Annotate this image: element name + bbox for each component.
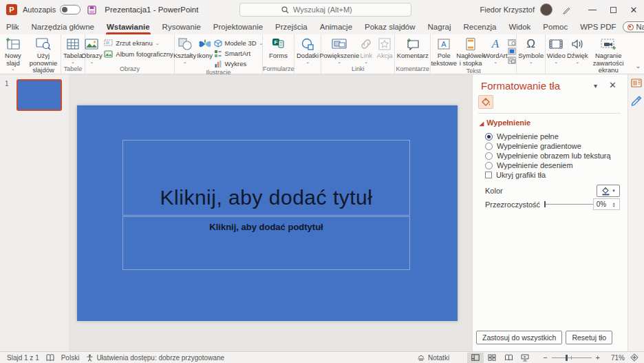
screen-recording-button[interactable]: Nagranie zawartości ekranu <box>588 36 628 74</box>
option-gradient-fill[interactable]: Wypełnienie gradientowe <box>485 142 581 150</box>
option-pattern-fill[interactable]: Wypełnienie deseniem <box>485 161 573 169</box>
close-button[interactable]: ✕ <box>623 0 644 19</box>
slides-panel: 1 <box>0 74 69 351</box>
fill-section-header[interactable]: ◢Wypełnienie <box>480 118 530 127</box>
reuse-slides-button[interactable]: Użyj ponownie slajdów <box>26 36 61 74</box>
reading-view-button[interactable] <box>500 353 517 363</box>
search-input[interactable] <box>293 6 396 14</box>
tab-wps-pdf[interactable]: WPS PDF <box>574 19 622 34</box>
title-placeholder[interactable]: Kliknij, aby dodać tytuł <box>122 140 410 216</box>
transparency-slider[interactable] <box>544 204 593 205</box>
format-background-panel-icon[interactable] <box>631 95 642 106</box>
pictures-button[interactable]: Obrazy⌄ <box>79 36 104 64</box>
text-box-button[interactable]: A Pole tekstowe <box>431 36 457 67</box>
accessibility-status[interactable]: Ułatwienia dostępu: dobrze przygotowane <box>96 354 224 362</box>
spellcheck-icon[interactable] <box>46 354 54 362</box>
designer-panel-icon[interactable] <box>631 79 642 88</box>
notes-button[interactable]: Notatki <box>417 354 449 362</box>
tab-narzedzia-glowne[interactable]: Narzędzia główne <box>25 19 100 34</box>
tab-pokaz-slajdow[interactable]: Pokaz slajdów <box>358 19 422 34</box>
new-slide-button[interactable]: Nowy slajd⌄ <box>0 36 26 71</box>
wordart-button[interactable]: A WordArt⌄ <box>484 36 506 64</box>
zoom-in-button[interactable]: + <box>596 353 600 362</box>
svg-text:F: F <box>275 39 278 45</box>
slider-thumb[interactable] <box>544 201 546 207</box>
tab-rysowanie[interactable]: Rysowanie <box>156 19 207 34</box>
tab-projektowanie[interactable]: Projektowanie <box>207 19 269 34</box>
option-solid-fill[interactable]: Wypełnienie pełne <box>485 132 559 141</box>
tab-wstawianie[interactable]: Wstawianie <box>100 19 156 34</box>
slide-number-icon[interactable] <box>508 48 516 55</box>
pen-mode-icon[interactable] <box>562 6 571 14</box>
tab-recenzja[interactable]: Recenzja <box>457 19 502 34</box>
header-footer-button[interactable]: Nagłówek i stopka <box>457 36 484 67</box>
apply-to-all-button[interactable]: Zastosuj do wszystkich <box>476 331 562 344</box>
tab-nagraj[interactable]: Nagraj <box>422 19 458 34</box>
subtitle-placeholder[interactable]: Kliknij, aby dodać podtytuł <box>122 216 410 270</box>
tab-przejscia[interactable]: Przejścia <box>269 19 314 34</box>
comment-icon <box>405 37 420 51</box>
slide-thumbnail[interactable] <box>17 79 62 111</box>
search-box[interactable] <box>239 3 411 17</box>
icons-icon <box>197 37 213 51</box>
3d-models-button[interactable]: Modele 3D⌄ <box>214 39 264 48</box>
slide-canvas[interactable]: Kliknij, aby dodać tytuł Kliknij, aby do… <box>77 105 458 321</box>
fit-to-window-icon[interactable] <box>630 353 638 362</box>
radio <box>485 152 493 160</box>
photo-album-button[interactable]: Album fotograficzny⌄ <box>104 50 180 59</box>
option-picture-fill[interactable]: Wypełnienie obrazem lub teksturą <box>485 152 611 160</box>
user-avatar[interactable] <box>540 3 552 16</box>
fill-tab-button[interactable] <box>478 95 493 109</box>
panel-close-icon[interactable]: ✕ <box>609 80 616 90</box>
addins-button[interactable]: Dodatki⌄ <box>294 36 321 64</box>
zoom-slider-thumb[interactable] <box>566 355 568 361</box>
maximize-button[interactable] <box>603 0 623 19</box>
slideshow-view-button[interactable] <box>517 353 533 363</box>
chart-button[interactable]: Wykres <box>214 59 264 68</box>
group-tekst: A Pole tekstowe Nagłówek i stopka A Word… <box>431 34 517 74</box>
transparency-spinner[interactable]: ▲▼ <box>593 198 620 210</box>
language-indicator[interactable]: Polski <box>61 354 80 362</box>
group-label-tabele: Tabele <box>61 65 85 74</box>
screenshot-button[interactable]: Zrzut ekranu⌄ <box>104 39 180 48</box>
accessibility-icon[interactable] <box>86 354 94 362</box>
transparency-input[interactable] <box>594 200 612 208</box>
video-button[interactable]: Wideo⌄ <box>546 36 566 64</box>
save-icon[interactable] <box>87 6 96 14</box>
collapse-ribbon-icon[interactable]: ⌄ <box>628 62 644 74</box>
zoom-link-icon <box>331 37 347 51</box>
tab-animacje[interactable]: Animacje <box>314 19 358 34</box>
autosave-toggle[interactable] <box>60 5 80 14</box>
zoom-level[interactable]: 71% <box>604 354 625 362</box>
zoom-link-button[interactable]: Powiększenie⌄ <box>321 36 357 64</box>
search-icon <box>281 6 289 14</box>
forms-icon: F <box>270 37 286 51</box>
tab-plik[interactable]: Plik <box>0 19 25 34</box>
icons-button[interactable]: Ikony <box>196 36 214 60</box>
option-hide-background[interactable]: Ukryj grafiki tła <box>485 171 546 179</box>
smartart-button[interactable]: SmartArt <box>214 49 264 58</box>
spinner-arrows-icon[interactable]: ▲▼ <box>612 202 616 207</box>
panel-options-caret-icon[interactable]: ▾ <box>594 82 597 90</box>
comment-button[interactable]: Komentarz <box>395 36 431 60</box>
symbols-button[interactable]: Ω Symbole⌄ <box>516 36 546 64</box>
shapes-button[interactable]: Kształty⌄ <box>174 36 196 64</box>
date-time-icon[interactable] <box>508 39 516 46</box>
dropdown-caret: ⌄ <box>337 60 341 64</box>
slide-sorter-view-button[interactable] <box>484 353 500 363</box>
addins-icon <box>301 37 314 51</box>
record-button[interactable]: Nagraj <box>623 21 644 32</box>
dropdown-caret: ⌄ <box>305 60 310 64</box>
ribbon-tab-row: Plik Narzędzia główne Wstawianie Rysowan… <box>0 19 644 34</box>
minimize-button[interactable]: — <box>582 0 603 19</box>
audio-button[interactable]: Dźwięk⌄ <box>566 36 588 64</box>
reset-background-button[interactable]: Resetuj tło <box>566 331 612 344</box>
object-icon[interactable] <box>508 56 516 64</box>
zoom-slider[interactable] <box>552 357 592 358</box>
normal-view-button[interactable] <box>467 353 484 363</box>
tab-pomoc[interactable]: Pomoc <box>537 19 574 34</box>
forms-button[interactable]: F Forms <box>267 36 290 60</box>
tab-widok[interactable]: Widok <box>502 19 537 34</box>
zoom-out-button[interactable]: − <box>543 353 547 362</box>
fill-color-button[interactable]: ▾ <box>597 185 620 197</box>
